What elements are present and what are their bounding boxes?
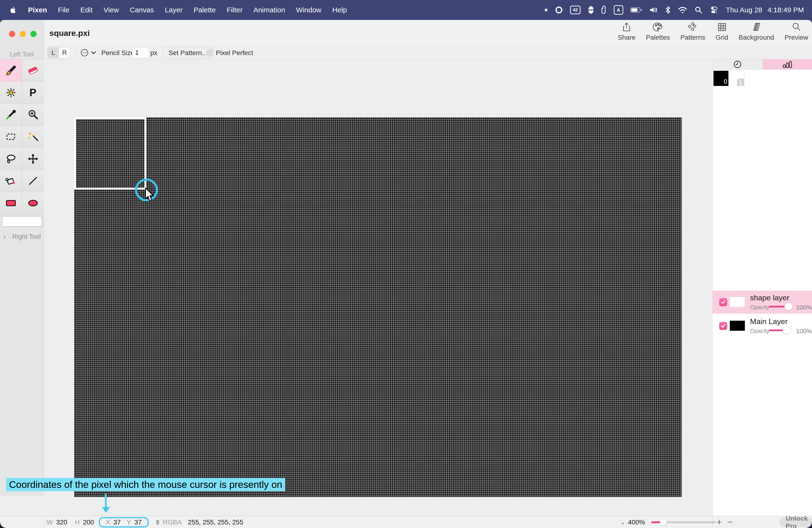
tool-ellipse-button[interactable] <box>22 192 44 214</box>
rgba-label: RGBA <box>163 518 182 526</box>
opacity-label: Opacity <box>750 304 769 310</box>
layer-row-main-layer[interactable]: Main Layer Opacity 100% <box>712 314 812 337</box>
primary-color-swatch[interactable] <box>2 216 42 227</box>
tool-eyedropper-button[interactable] <box>0 104 22 126</box>
wifi-icon[interactable] <box>678 6 687 14</box>
pencil-size-unit: px <box>150 46 157 59</box>
menubar-clock[interactable]: Thu Aug 28 4:18:49 PM <box>726 6 804 14</box>
rgba-value: 255, 255, 255, 255 <box>188 518 243 526</box>
tool-pencil-button[interactable] <box>0 60 22 82</box>
background-button[interactable]: Background <box>739 22 774 41</box>
brush-tip-dropdown[interactable] <box>80 48 96 57</box>
tool-lasso-button[interactable] <box>0 148 22 170</box>
tool-brighten-button[interactable] <box>0 82 22 104</box>
menu-file[interactable]: File <box>58 6 69 14</box>
patterns-button[interactable]: Patterns <box>680 22 705 41</box>
height-label: H <box>75 518 79 526</box>
badge-42-icon[interactable]: 42 <box>570 6 580 14</box>
pixen-window: square.pxi Share Palettes Patterns Grid <box>0 20 812 528</box>
spotlight-icon[interactable] <box>695 6 702 14</box>
display-shade-icon[interactable] <box>588 5 594 15</box>
title-bar[interactable]: square.pxi Share Palettes Patterns Grid <box>44 20 812 46</box>
menu-layer[interactable]: Layer <box>165 6 183 14</box>
menu-window[interactable]: Window <box>296 6 321 14</box>
tool-line-button[interactable] <box>22 170 44 192</box>
layer-row-shape-layer[interactable]: shape layer Opacity 100% <box>712 291 812 313</box>
pixel-grid-canvas[interactable] <box>74 117 682 497</box>
layer-thumbnail[interactable] <box>730 297 745 307</box>
share-button[interactable]: Share <box>618 22 636 41</box>
zoom-chevron-icon[interactable]: ⌄ <box>620 519 625 526</box>
lasso-icon <box>5 153 17 165</box>
right-tool-disclosure[interactable]: › Right Tool <box>3 233 41 241</box>
battery-icon[interactable] <box>630 7 642 13</box>
apple-menu[interactable] <box>9 6 17 14</box>
pixel-perfect-label: Pixel Perfect <box>216 46 253 59</box>
tool-zoom-button[interactable] <box>22 104 44 126</box>
layer-visibility-checkbox[interactable] <box>719 322 727 330</box>
tool-magic-wand-button[interactable] <box>22 126 44 148</box>
screen-corner <box>806 522 812 528</box>
menu-canvas[interactable]: Canvas <box>130 6 154 14</box>
opacity-slider-knob[interactable] <box>784 303 793 310</box>
volume-icon[interactable] <box>649 6 658 14</box>
menu-help[interactable]: Help <box>332 6 347 14</box>
menu-view[interactable]: View <box>103 6 119 14</box>
remove-layer-button[interactable]: − <box>727 516 733 528</box>
menu-filter[interactable]: Filter <box>227 6 243 14</box>
minimize-button[interactable] <box>20 31 26 37</box>
add-layer-button[interactable]: + <box>716 516 722 528</box>
menu-animation[interactable]: Animation <box>253 6 285 14</box>
right-tool-label-text: Right Tool <box>12 233 41 240</box>
menu-palette[interactable]: Palette <box>193 6 216 14</box>
opacity-label: Opacity <box>750 328 769 334</box>
menu-pixen[interactable]: Pixen <box>28 6 47 14</box>
left-right-segmented-control[interactable]: L R <box>47 47 70 58</box>
tool-fill-button[interactable] <box>0 170 22 192</box>
layer-visibility-checkbox[interactable] <box>719 298 727 306</box>
opacity-slider-knob[interactable] <box>783 326 791 334</box>
frame-thumbnail-0[interactable]: 0 <box>713 71 728 86</box>
zoom-slider[interactable] <box>651 522 716 523</box>
zoom-window-button[interactable] <box>30 31 37 37</box>
frame-thumbnail-1[interactable]: 1 <box>729 71 744 86</box>
preview-button[interactable]: Preview <box>784 22 808 41</box>
segment-left[interactable]: L <box>48 47 59 58</box>
tool-rectangle-button[interactable] <box>0 192 22 214</box>
layer-thumbnail[interactable] <box>730 321 745 331</box>
x-value: 37 <box>114 518 121 526</box>
close-button[interactable] <box>9 31 15 37</box>
circle-icon[interactable] <box>555 6 563 14</box>
pencil-size-input[interactable] <box>132 48 148 57</box>
color-mode-stepper-icon[interactable] <box>156 519 160 525</box>
segment-right[interactable]: R <box>59 47 70 58</box>
tool-move-button[interactable] <box>22 148 44 170</box>
share-label: Share <box>618 34 636 41</box>
keyboard-a-icon[interactable]: A <box>614 5 623 15</box>
bluetooth-icon[interactable] <box>665 6 671 14</box>
control-center-icon[interactable] <box>710 5 719 14</box>
menu-edit[interactable]: Edit <box>80 6 92 14</box>
tool-eraser-button[interactable] <box>22 60 44 82</box>
letter-p-icon: P <box>29 87 36 99</box>
paperclip-icon[interactable] <box>601 5 607 15</box>
grid-button[interactable]: Grid <box>715 22 728 41</box>
menu-bar: Pixen File Edit View Canvas Layer Palett… <box>0 0 812 20</box>
tool-rect-select-button[interactable] <box>0 126 22 148</box>
layer-name[interactable]: shape layer <box>750 293 789 302</box>
palettes-label: Palettes <box>646 34 670 41</box>
tab-animation[interactable] <box>712 59 763 69</box>
layer-name[interactable]: Main Layer <box>750 317 787 326</box>
palettes-button[interactable]: Palettes <box>646 22 670 41</box>
left-tool-label: Left Tool <box>0 48 44 61</box>
set-pattern-button[interactable]: Set Pattern... <box>163 48 213 58</box>
zoom-slider-knob[interactable] <box>660 519 667 526</box>
y-value: 37 <box>134 518 142 526</box>
tab-layers[interactable] <box>763 59 812 69</box>
tool-text-button[interactable]: P <box>22 82 44 104</box>
line-icon <box>27 175 39 187</box>
zoom-percent: 400% <box>628 518 645 526</box>
canvas-area[interactable] <box>44 59 712 516</box>
drawn-square-outline <box>74 117 146 189</box>
pixel-perfect-checkbox[interactable] <box>206 49 214 57</box>
